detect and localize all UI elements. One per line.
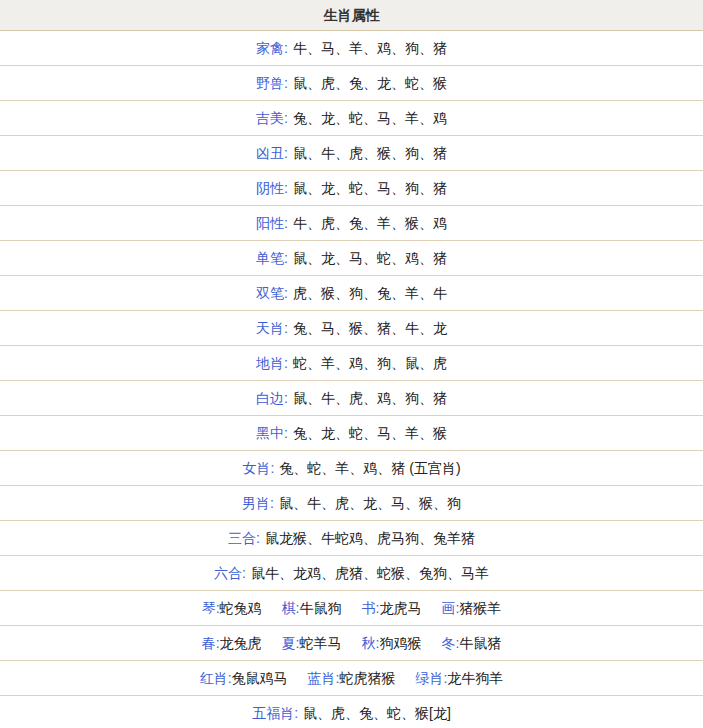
page: 生肖属性 家禽:牛、马、羊、鸡、狗、猪野兽:鼠、虎、兔、龙、蛇、猴吉美:兔、龙、… [0,0,703,728]
attribute-segment: 家禽:牛、马、羊、鸡、狗、猪 [256,40,447,56]
attribute-row: 三合:鼠龙猴、牛蛇鸡、虎马狗、兔羊猪 [0,521,703,556]
attribute-row: 地肖:蛇、羊、鸡、狗、鼠、虎 [0,346,703,381]
attribute-segment: 冬:牛鼠猪 [441,635,501,651]
attribute-row: 天肖:兔、马、猴、猪、牛、龙 [0,311,703,346]
attribute-label: 六合: [214,565,246,581]
attribute-value: 牛鼠猪 [459,635,501,651]
attribute-label: 秋: [362,635,380,651]
attribute-value: 虎、猴、狗、兔、羊、牛 [293,285,447,301]
attribute-row: 五福肖:鼠、虎、兔、蛇、猴[龙] [0,696,703,728]
attribute-value: 蛇兔鸡 [220,600,262,616]
attribute-value: 兔、蛇、羊、鸡、猪 (五宫肖) [279,460,460,476]
attribute-label: 黑中: [256,425,288,441]
attribute-label: 阴性: [256,180,288,196]
attribute-value: 鼠龙猴、牛蛇鸡、虎马狗、兔羊猪 [265,530,475,546]
attribute-segment: 吉美:兔、龙、蛇、马、羊、鸡 [256,110,447,126]
attribute-label: 野兽: [256,75,288,91]
attribute-value: 蛇羊马 [300,635,342,651]
attribute-row: 野兽:鼠、虎、兔、龙、蛇、猴 [0,66,703,101]
attribute-row: 男肖:鼠、牛、虎、龙、马、猴、狗 [0,486,703,521]
attribute-segment: 蓝肖:蛇虎猪猴 [308,670,396,686]
attribute-segment: 春:龙兔虎 [202,635,262,651]
attribute-label: 书: [362,600,380,616]
attribute-segment: 天肖:兔、马、猴、猪、牛、龙 [256,320,447,336]
zodiac-attribute-table: 生肖属性 家禽:牛、马、羊、鸡、狗、猪野兽:鼠、虎、兔、龙、蛇、猴吉美:兔、龙、… [0,0,703,728]
attribute-value: 兔、龙、蛇、马、羊、鸡 [293,110,447,126]
attribute-row: 红肖:兔鼠鸡马蓝肖:蛇虎猪猴绿肖:龙牛狗羊 [0,661,703,696]
attribute-label: 冬: [441,635,459,651]
attribute-segment: 女肖:兔、蛇、羊、鸡、猪 (五宫肖) [242,460,460,476]
attribute-label: 白边: [256,390,288,406]
attribute-segment: 阴性:鼠、龙、蛇、马、狗、猪 [256,180,447,196]
attribute-segment: 三合:鼠龙猴、牛蛇鸡、虎马狗、兔羊猪 [228,530,475,546]
attribute-value: 牛、马、羊、鸡、狗、猪 [293,40,447,56]
attribute-row: 阴性:鼠、龙、蛇、马、狗、猪 [0,171,703,206]
attribute-value: 龙牛狗羊 [447,670,503,686]
attribute-value: 兔、龙、蛇、马、羊、猴 [293,425,447,441]
attribute-value: 兔、马、猴、猪、牛、龙 [293,320,447,336]
attribute-segment: 秋:狗鸡猴 [362,635,422,651]
attribute-value: 牛鼠狗 [300,600,342,616]
attribute-segment: 六合:鼠牛、龙鸡、虎猪、蛇猴、兔狗、马羊 [214,565,489,581]
attribute-label: 红肖: [200,670,232,686]
attribute-row: 黑中:兔、龙、蛇、马、羊、猴 [0,416,703,451]
attribute-segment: 双笔:虎、猴、狗、兔、羊、牛 [256,285,447,301]
attribute-segment: 阳性:牛、虎、兔、羊、猴、鸡 [256,215,447,231]
attribute-row: 春:龙兔虎夏:蛇羊马秋:狗鸡猴冬:牛鼠猪 [0,626,703,661]
attribute-value: 狗鸡猴 [379,635,421,651]
attribute-value: 鼠、虎、兔、蛇、猴[龙] [303,705,451,721]
attribute-value: 鼠、牛、虎、龙、马、猴、狗 [279,495,461,511]
attribute-segment: 地肖:蛇、羊、鸡、狗、鼠、虎 [256,355,447,371]
attribute-segment: 画:猪猴羊 [441,600,501,616]
attribute-row: 阳性:牛、虎、兔、羊、猴、鸡 [0,206,703,241]
attribute-row: 双笔:虎、猴、狗、兔、羊、牛 [0,276,703,311]
attribute-value: 蛇虎猪猴 [339,670,395,686]
attribute-value: 猪猴羊 [459,600,501,616]
attribute-label: 天肖: [256,320,288,336]
attribute-label: 画: [441,600,459,616]
attribute-segment: 男肖:鼠、牛、虎、龙、马、猴、狗 [242,495,461,511]
attribute-row: 白边:鼠、牛、虎、鸡、狗、猪 [0,381,703,416]
attribute-label: 男肖: [242,495,274,511]
attribute-label: 蓝肖: [308,670,340,686]
attribute-label: 夏: [282,635,300,651]
attribute-label: 单笔: [256,250,288,266]
attribute-row: 女肖:兔、蛇、羊、鸡、猪 (五宫肖) [0,451,703,486]
attribute-value: 鼠、龙、马、蛇、鸡、猪 [293,250,447,266]
attribute-label: 地肖: [256,355,288,371]
attribute-label: 女肖: [242,460,274,476]
attribute-value: 鼠、龙、蛇、马、狗、猪 [293,180,447,196]
attribute-row: 家禽:牛、马、羊、鸡、狗、猪 [0,31,703,66]
attribute-label: 五福肖: [252,705,298,721]
attribute-value: 蛇、羊、鸡、狗、鼠、虎 [293,355,447,371]
attribute-label: 棋: [282,600,300,616]
attribute-segment: 白边:鼠、牛、虎、鸡、狗、猪 [256,390,447,406]
attribute-segment: 单笔:鼠、龙、马、蛇、鸡、猪 [256,250,447,266]
attribute-row: 琴:蛇兔鸡棋:牛鼠狗书:龙虎马画:猪猴羊 [0,591,703,626]
attribute-segment: 黑中:兔、龙、蛇、马、羊、猴 [256,425,447,441]
attribute-value: 牛、虎、兔、羊、猴、鸡 [293,215,447,231]
attribute-label: 双笔: [256,285,288,301]
attribute-segment: 书:龙虎马 [362,600,422,616]
attribute-value: 鼠、牛、虎、鸡、狗、猪 [293,390,447,406]
attribute-label: 绿肖: [415,670,447,686]
attribute-value: 鼠牛、龙鸡、虎猪、蛇猴、兔狗、马羊 [251,565,489,581]
attribute-segment: 五福肖:鼠、虎、兔、蛇、猴[龙] [252,705,451,721]
attribute-segment: 野兽:鼠、虎、兔、龙、蛇、猴 [256,75,447,91]
attribute-label: 春: [202,635,220,651]
table-title: 生肖属性 [0,0,703,31]
attribute-label: 琴: [202,600,220,616]
attribute-label: 吉美: [256,110,288,126]
attribute-label: 三合: [228,530,260,546]
table-rows: 家禽:牛、马、羊、鸡、狗、猪野兽:鼠、虎、兔、龙、蛇、猴吉美:兔、龙、蛇、马、羊… [0,31,703,728]
attribute-label: 家禽: [256,40,288,56]
attribute-segment: 红肖:兔鼠鸡马 [200,670,288,686]
attribute-value: 鼠、虎、兔、龙、蛇、猴 [293,75,447,91]
attribute-row: 凶丑:鼠、牛、虎、猴、狗、猪 [0,136,703,171]
attribute-value: 龙虎马 [379,600,421,616]
attribute-row: 单笔:鼠、龙、马、蛇、鸡、猪 [0,241,703,276]
attribute-value: 龙兔虎 [220,635,262,651]
attribute-segment: 棋:牛鼠狗 [282,600,342,616]
attribute-row: 六合:鼠牛、龙鸡、虎猪、蛇猴、兔狗、马羊 [0,556,703,591]
attribute-label: 阳性: [256,215,288,231]
